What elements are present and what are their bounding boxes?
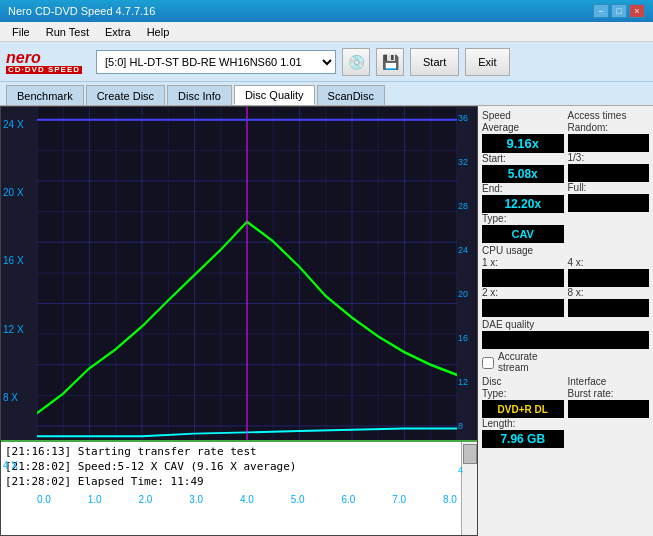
random-value [568, 134, 650, 152]
average-label: Average [482, 122, 564, 133]
x2-label: 2 x: [482, 287, 564, 298]
disc-label: Disc [482, 376, 564, 387]
access-section: Access times Random: 1/3: Full: [568, 110, 650, 243]
chart-area: 24 X 20 X 16 X 12 X 8 X 4 X [0, 106, 478, 536]
y-axis-12x: 12 X [3, 324, 35, 335]
disc-interface-row: Disc Type: DVD+R DL Length: 7.96 GB Inte… [482, 376, 649, 448]
minimize-button[interactable]: − [593, 4, 609, 18]
app-title: Nero CD-DVD Speed 4.7.7.16 [8, 5, 155, 17]
menu-file[interactable]: File [4, 24, 38, 40]
y-axis-20x: 20 X [3, 187, 35, 198]
dae-value [482, 331, 649, 349]
x4-label: 4 x: [568, 257, 650, 268]
save-icon-button[interactable]: 💾 [376, 48, 404, 76]
speed-label: Speed [482, 110, 564, 121]
burst-label: Burst rate: [568, 388, 650, 399]
cpu-label: CPU usage [482, 245, 649, 256]
x-axis-10: 1.0 [88, 494, 102, 505]
log-text-1: Speed:5-12 X CAV (9.16 X average) [78, 460, 297, 473]
toolbar: nero CD·DVD SPEED [5:0] HL-DT-ST BD-RE W… [0, 42, 653, 82]
y2-axis-36: 36 [458, 113, 476, 123]
access-label: Access times [568, 110, 650, 121]
y2-axis-8: 8 [458, 421, 476, 431]
x-axis-50: 5.0 [291, 494, 305, 505]
log-text-2: Elapsed Time: 11:49 [78, 475, 204, 488]
tab-create-disc[interactable]: Create Disc [86, 85, 165, 105]
x-axis-40: 4.0 [240, 494, 254, 505]
x-axis-70: 7.0 [392, 494, 406, 505]
start-button[interactable]: Start [410, 48, 459, 76]
cpu-row: CPU usage 1 x: 2 x: 4 x: 8 x: [482, 245, 649, 317]
full-label: Full: [568, 182, 650, 193]
drive-select[interactable]: [5:0] HL-DT-ST BD-RE WH16NS60 1.01 [96, 50, 336, 74]
tab-disc-info[interactable]: Disc Info [167, 85, 232, 105]
maximize-button[interactable]: □ [611, 4, 627, 18]
end-label: End: [482, 183, 564, 194]
cpu-col-1: 1 x: 2 x: [482, 257, 564, 317]
window-controls: − □ × [593, 4, 645, 18]
cpu-values-row: 1 x: 2 x: 4 x: 8 x: [482, 257, 649, 317]
disc-icon-button[interactable]: 💿 [342, 48, 370, 76]
menu-help[interactable]: Help [139, 24, 178, 40]
accurate-label: Accuratestream [498, 351, 537, 373]
log-entry-2: [21:28:02] Elapsed Time: 11:49 [5, 474, 473, 489]
y-axis-8x: 8 X [3, 392, 35, 403]
tab-scan-disc[interactable]: ScanDisc [317, 85, 385, 105]
speed-section: Speed Average 9.16x Start: 5.08x End: 12… [482, 110, 564, 243]
tabs-bar: Benchmark Create Disc Disc Info Disc Qua… [0, 82, 653, 106]
log-text-0: Starting transfer rate test [78, 445, 257, 458]
nero-logo-text: nero [6, 50, 82, 66]
tab-benchmark[interactable]: Benchmark [6, 85, 84, 105]
nero-logo-subtitle: CD·DVD SPEED [6, 66, 82, 74]
cpu-col-2: 4 x: 8 x: [568, 257, 650, 317]
x2-value [482, 299, 564, 317]
menu-extra[interactable]: Extra [97, 24, 139, 40]
y-axis-16x: 16 X [3, 255, 35, 266]
end-value: 12.20x [482, 195, 564, 213]
type-value: CAV [482, 225, 564, 243]
log-content: [21:16:13] Starting transfer rate test [… [1, 442, 477, 517]
menu-run-test[interactable]: Run Test [38, 24, 97, 40]
x1-label: 1 x: [482, 257, 564, 268]
x-axis-30: 3.0 [189, 494, 203, 505]
log-time-2: [21:28:02] [5, 475, 71, 488]
disc-length-label: Length: [482, 418, 564, 429]
right-panel: Speed Average 9.16x Start: 5.08x End: 12… [478, 106, 653, 536]
x-axis-00: 0.0 [37, 494, 51, 505]
y2-axis-12: 12 [458, 377, 476, 387]
interface-section: Interface Burst rate: [568, 376, 650, 448]
menu-bar: File Run Test Extra Help [0, 22, 653, 42]
x-axis-60: 6.0 [342, 494, 356, 505]
tab-disc-quality[interactable]: Disc Quality [234, 85, 315, 105]
y2-axis-20: 20 [458, 289, 476, 299]
interface-label: Interface [568, 376, 650, 387]
start-value: 5.08x [482, 165, 564, 183]
log-entry-1: [21:28:02] Speed:5-12 X CAV (9.16 X aver… [5, 459, 473, 474]
y2-axis-4: 4 [458, 465, 476, 475]
y2-axis-32: 32 [458, 157, 476, 167]
title-bar: Nero CD-DVD Speed 4.7.7.16 − □ × [0, 0, 653, 22]
y2-axis-24: 24 [458, 245, 476, 255]
accurate-stream-checkbox[interactable] [482, 357, 494, 369]
x4-value [568, 269, 650, 287]
speed-access-row: Speed Average 9.16x Start: 5.08x End: 12… [482, 110, 649, 243]
full-value [568, 194, 650, 212]
x1-value [482, 269, 564, 287]
x8-value [568, 299, 650, 317]
exit-button[interactable]: Exit [465, 48, 509, 76]
y2-axis-16: 16 [458, 333, 476, 343]
close-button[interactable]: × [629, 4, 645, 18]
log-area: [21:16:13] Starting transfer rate test [… [1, 440, 477, 535]
x-axis-80: 8.0 [443, 494, 457, 505]
dae-section: DAE quality Accuratestream [482, 319, 649, 374]
cpu-section: CPU usage 1 x: 2 x: 4 x: 8 x: [482, 245, 649, 317]
chart-panel-area: 24 X 20 X 16 X 12 X 8 X 4 X [0, 106, 653, 536]
nero-logo: nero CD·DVD SPEED [6, 50, 82, 74]
dae-label: DAE quality [482, 319, 649, 330]
average-value: 9.16x [482, 134, 564, 153]
y2-axis-28: 28 [458, 201, 476, 211]
disc-type-value: DVD+R DL [482, 400, 564, 418]
type-label: Type: [482, 213, 564, 224]
x-axis-20: 2.0 [139, 494, 153, 505]
random-label: Random: [568, 122, 650, 133]
